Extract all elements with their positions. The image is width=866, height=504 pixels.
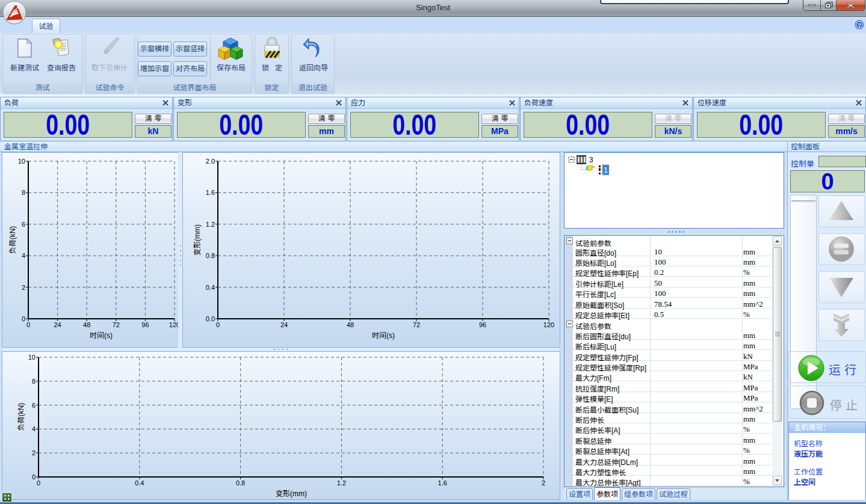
svg-text:变形(mm): 变形(mm) — [276, 490, 307, 498]
svg-text:8: 8 — [32, 378, 36, 385]
svg-text:0: 0 — [32, 473, 36, 481]
svg-text:120: 120 — [169, 321, 178, 328]
svg-text:负荷(kN): 负荷(kN) — [17, 403, 25, 431]
svg-text:8: 8 — [22, 189, 25, 196]
svg-text:72: 72 — [113, 321, 120, 328]
svg-text:10: 10 — [18, 158, 25, 165]
svg-text:96: 96 — [479, 321, 486, 328]
svg-text:24: 24 — [280, 321, 288, 328]
svg-text:2.0: 2.0 — [206, 158, 215, 165]
svg-text:6: 6 — [22, 221, 25, 228]
svg-text:48: 48 — [347, 321, 354, 328]
svg-text:0: 0 — [26, 321, 30, 328]
svg-text:时间(s): 时间(s) — [90, 331, 113, 340]
svg-text:10: 10 — [28, 354, 36, 361]
svg-text:0.8: 0.8 — [206, 252, 215, 259]
svg-text:6: 6 — [32, 402, 36, 409]
svg-text:2: 2 — [22, 284, 25, 291]
svg-text:72: 72 — [413, 321, 420, 328]
svg-text:1.6: 1.6 — [438, 479, 447, 487]
svg-text:0.8: 0.8 — [236, 479, 245, 487]
svg-text:120: 120 — [543, 321, 554, 328]
svg-text:4: 4 — [32, 425, 36, 432]
svg-text:0: 0 — [37, 479, 40, 487]
svg-text:1.6: 1.6 — [206, 189, 215, 196]
svg-text:0.4: 0.4 — [135, 479, 144, 487]
svg-text:48: 48 — [83, 321, 90, 328]
svg-text:96: 96 — [141, 321, 149, 328]
svg-text:变形(mm): 变形(mm) — [193, 224, 202, 256]
svg-text:1.2: 1.2 — [337, 479, 346, 487]
svg-text:0: 0 — [22, 315, 25, 322]
svg-text:0: 0 — [216, 321, 220, 328]
svg-text:2: 2 — [542, 479, 545, 487]
svg-text:1.2: 1.2 — [206, 221, 215, 228]
svg-text:24: 24 — [54, 321, 61, 328]
svg-text:负荷(kN): 负荷(kN) — [8, 226, 17, 254]
svg-text:1: 1 — [604, 166, 608, 174]
svg-text:0.0: 0.0 — [206, 315, 215, 322]
svg-text:?: ? — [858, 22, 861, 28]
svg-text:4: 4 — [22, 252, 25, 259]
svg-text:0.4: 0.4 — [206, 284, 215, 291]
svg-text:3: 3 — [589, 156, 593, 164]
svg-text:2: 2 — [32, 449, 36, 456]
svg-text:时间(s): 时间(s) — [372, 331, 395, 340]
